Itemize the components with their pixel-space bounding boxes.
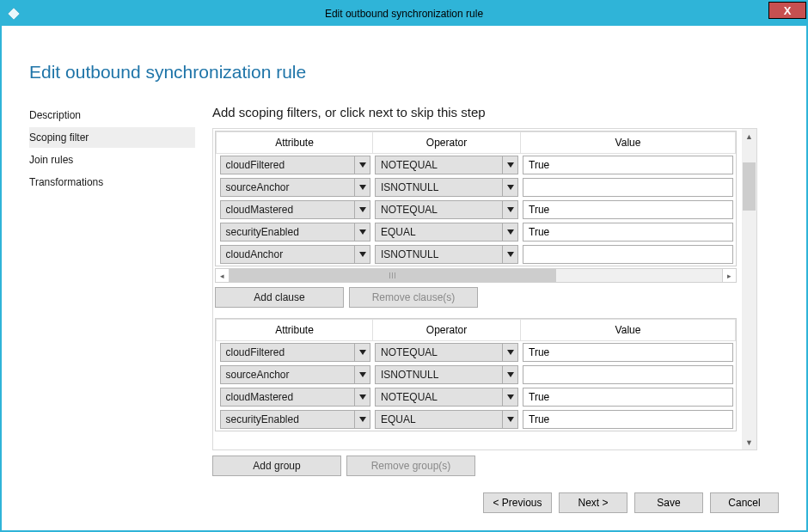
svg-marker-17 (359, 417, 366, 422)
attribute-combo[interactable]: cloudMastered (220, 200, 371, 219)
svg-marker-18 (507, 417, 514, 422)
attribute-combo[interactable]: securityEnabled (220, 410, 371, 429)
svg-marker-3 (359, 185, 366, 190)
attribute-value: cloudFiltered (221, 344, 355, 361)
svg-marker-9 (359, 252, 366, 257)
operator-combo[interactable]: ISNOTNULL (375, 365, 518, 384)
dropdown-icon[interactable] (354, 246, 370, 263)
dropdown-icon[interactable] (502, 344, 517, 361)
nav-item-description[interactable]: Description (29, 105, 195, 125)
dropdown-icon[interactable] (354, 411, 370, 428)
attribute-combo[interactable]: cloudFiltered (220, 156, 371, 174)
col-attribute: Attribute (217, 132, 373, 154)
hscroll-thumb[interactable] (230, 269, 556, 282)
value-input[interactable] (523, 365, 733, 384)
col-operator: Operator (373, 320, 521, 341)
window-title: Edit outbound synchronization rule (2, 8, 806, 20)
dropdown-icon[interactable] (502, 156, 517, 174)
value-input[interactable] (523, 410, 733, 429)
cancel-button[interactable]: Cancel (710, 492, 779, 513)
nav-item-scoping-filter[interactable]: Scoping filter (29, 127, 195, 148)
scroll-up-icon[interactable]: ▲ (742, 129, 756, 144)
dropdown-icon[interactable] (354, 156, 370, 174)
titlebar: Edit outbound synchronization rule X (2, 2, 806, 26)
close-button[interactable]: X (768, 2, 806, 19)
dropdown-icon[interactable] (502, 179, 517, 196)
attribute-combo[interactable]: securityEnabled (220, 223, 371, 242)
value-input[interactable] (523, 343, 733, 362)
operator-combo[interactable]: NOTEQUAL (375, 388, 518, 407)
svg-marker-4 (507, 185, 514, 190)
wizard-nav: DescriptionScoping filterJoin rulesTrans… (29, 105, 195, 486)
operator-combo[interactable]: EQUAL (375, 410, 518, 429)
svg-marker-13 (359, 372, 366, 377)
dropdown-icon[interactable] (354, 344, 370, 361)
dropdown-icon[interactable] (354, 366, 370, 383)
svg-marker-6 (507, 207, 514, 212)
svg-marker-11 (359, 350, 366, 355)
dropdown-icon[interactable] (354, 388, 370, 406)
scroll-thumb[interactable] (743, 162, 756, 211)
attribute-value: sourceAnchor (221, 179, 355, 196)
clause-row: cloudFiltered NOTEQUAL (217, 341, 736, 364)
operator-combo[interactable]: NOTEQUAL (375, 200, 518, 219)
scroll-right-icon[interactable]: ▸ (722, 268, 737, 283)
value-input[interactable] (523, 388, 733, 407)
remove-groups-button[interactable]: Remove group(s) (346, 456, 475, 476)
dropdown-icon[interactable] (354, 179, 370, 196)
clause-row: securityEnabled EQUAL (217, 408, 736, 431)
col-operator: Operator (373, 132, 521, 154)
page-title: Edit outbound synchronization rule (29, 62, 779, 83)
horizontal-scrollbar[interactable]: ◂ ▸ (215, 268, 737, 283)
svg-marker-12 (507, 350, 514, 355)
dropdown-icon[interactable] (502, 201, 517, 218)
value-input[interactable] (523, 200, 733, 219)
nav-item-join-rules[interactable]: Join rules (29, 150, 195, 170)
attribute-combo[interactable]: cloudAnchor (220, 245, 371, 264)
col-value: Value (521, 132, 736, 154)
value-input[interactable] (523, 245, 733, 264)
operator-value: ISNOTNULL (376, 366, 502, 383)
attribute-combo[interactable]: sourceAnchor (220, 178, 371, 197)
dropdown-icon[interactable] (354, 223, 370, 241)
operator-combo[interactable]: NOTEQUAL (375, 343, 518, 362)
attribute-combo[interactable]: sourceAnchor (220, 365, 371, 384)
svg-marker-14 (507, 372, 514, 377)
clause-table: Attribute Operator Value cloudFiltered N… (215, 131, 737, 266)
operator-combo[interactable]: NOTEQUAL (375, 156, 518, 174)
dropdown-icon[interactable] (502, 223, 517, 241)
dropdown-icon[interactable] (502, 411, 517, 428)
value-input[interactable] (523, 223, 733, 242)
attribute-combo[interactable]: cloudFiltered (220, 343, 371, 362)
nav-item-transformations[interactable]: Transformations (29, 172, 195, 193)
content-header: Add scoping filters, or click next to sk… (212, 105, 779, 119)
operator-combo[interactable]: EQUAL (375, 223, 518, 242)
dropdown-icon[interactable] (502, 388, 517, 406)
dropdown-icon[interactable] (502, 366, 517, 383)
attribute-combo[interactable]: cloudMastered (220, 388, 371, 407)
clause-row: sourceAnchor ISNOTNULL (217, 176, 736, 199)
next-button[interactable]: Next > (559, 492, 627, 513)
save-button[interactable]: Save (634, 492, 703, 513)
value-input[interactable] (523, 156, 733, 174)
value-input[interactable] (523, 178, 733, 197)
scroll-left-icon[interactable]: ◂ (215, 268, 230, 283)
clause-row: cloudMastered NOTEQUAL (217, 386, 736, 408)
add-clause-button[interactable]: Add clause (215, 287, 344, 308)
previous-button[interactable]: < Previous (483, 492, 552, 513)
operator-value: ISNOTNULL (376, 179, 502, 196)
clause-row: cloudMastered NOTEQUAL (217, 199, 736, 221)
remove-clauses-button[interactable]: Remove clause(s) (349, 287, 478, 308)
scroll-down-icon[interactable]: ▼ (742, 435, 756, 449)
svg-marker-16 (507, 394, 514, 400)
vertical-scrollbar[interactable]: ▲ ▼ (742, 129, 756, 449)
dropdown-icon[interactable] (354, 201, 370, 218)
add-group-button[interactable]: Add group (212, 456, 341, 476)
dropdown-icon[interactable] (502, 246, 517, 263)
operator-combo[interactable]: ISNOTNULL (375, 245, 518, 264)
filter-groups-panel: Attribute Operator Value cloudFiltered N… (212, 128, 757, 450)
operator-combo[interactable]: ISNOTNULL (375, 178, 518, 197)
operator-value: ISNOTNULL (376, 246, 502, 263)
attribute-value: sourceAnchor (221, 366, 355, 383)
svg-marker-7 (359, 229, 366, 235)
